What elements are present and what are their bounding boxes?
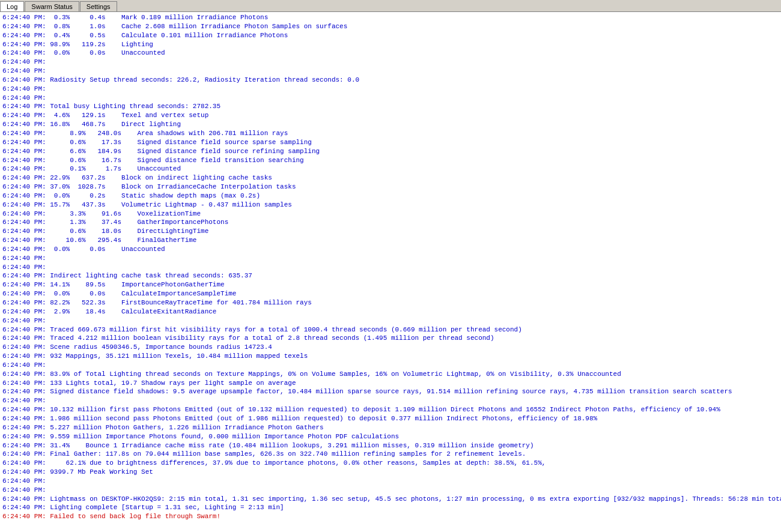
log-line: 6:24:40 PM: Signed distance field shadow… [2, 387, 779, 396]
log-line: 6:24:40 PM: Traced 4.212 million boolean… [2, 334, 779, 343]
log-line: 6:24:40 PM: 5.227 million Photon Gathers… [2, 423, 779, 432]
log-line: 6:24:40 PM: 0.6% 18.0s DirectLightingTim… [2, 227, 779, 236]
log-line: 6:24:40 PM: 0.6% 16.7s Signed distance f… [2, 156, 779, 165]
log-content: 6:24:40 PM: 0.3% 0.4s Mark 0.189 million… [2, 13, 779, 521]
tab-settings[interactable]: Settings [80, 1, 117, 11]
log-line: 6:24:40 PM: Lighting complete [Startup =… [2, 503, 779, 512]
log-line: 6:24:40 PM: Total busy Lighting thread s… [2, 102, 779, 111]
tab-swarm-status[interactable]: Swarm Status [25, 1, 79, 11]
log-line: 6:24:40 PM: [2, 58, 779, 67]
log-line: 6:24:40 PM: 0.8% 1.0s Cache 2.608 millio… [2, 22, 779, 31]
log-line: 6:24:40 PM: 0.0% 0.0s Unaccounted [2, 245, 779, 254]
log-line: 6:24:40 PM: [2, 486, 779, 495]
log-line: 6:24:40 PM: 1.3% 37.4s GatherImportanceP… [2, 218, 779, 227]
log-line: 6:24:40 PM: Scene radius 4590346.5, Impo… [2, 343, 779, 352]
log-line: 6:24:40 PM: [2, 94, 779, 103]
tab-bar: Log Swarm Status Settings [0, 0, 781, 12]
log-line: 6:24:40 PM: [2, 316, 779, 325]
log-line: 6:24:40 PM: 8.9% 248.0s Area shadows wit… [2, 129, 779, 138]
log-line: 6:24:40 PM: [2, 477, 779, 486]
log-line: 6:24:40 PM: 22.9% 637.2s Block on indire… [2, 174, 779, 183]
log-line: 6:24:40 PM: 82.2% 522.3s FirstBounceRayT… [2, 298, 779, 307]
log-line: 6:24:40 PM: Final Gather: 117.8s on 79.0… [2, 450, 779, 459]
log-line: 6:24:40 PM: 0.1% 1.7s Unaccounted [2, 165, 779, 174]
log-line: 6:24:40 PM: 37.0% 1028.7s Block on Irrad… [2, 183, 779, 192]
log-line: 6:24:40 PM: 9399.7 Mb Peak Working Set [2, 468, 779, 477]
log-line: 6:24:40 PM: 10.6% 295.4s FinalGatherTime [2, 236, 779, 245]
log-line: 6:24:40 PM: 2.9% 18.4s CalculateExitantR… [2, 307, 779, 316]
log-line: 6:24:40 PM: Indirect lighting cache task… [2, 271, 779, 280]
log-line: 6:24:40 PM: [2, 85, 779, 94]
log-area[interactable]: 6:24:40 PM: 0.3% 0.4s Mark 0.189 million… [0, 12, 781, 532]
log-line: 6:24:40 PM: 3.3% 91.6s VoxelizationTime [2, 210, 779, 219]
log-line: 6:24:40 PM: 0.4% 0.5s Calculate 0.101 mi… [2, 31, 779, 40]
log-line: 6:24:40 PM: 16.8% 468.7s Direct lighting [2, 120, 779, 129]
log-line: 6:24:40 PM: 14.1% 89.5s ImportancePhoton… [2, 280, 779, 289]
log-line: 6:24:40 PM: 83.9% of Total Lighting thre… [2, 370, 779, 379]
log-line: 6:24:40 PM: Lightmass on DESKTOP-HKO2QS9… [2, 495, 779, 504]
tab-log[interactable]: Log [0, 1, 24, 11]
log-line: 6:24:40 PM: 0.3% 0.4s Mark 0.189 million… [2, 13, 779, 22]
log-line: 6:24:40 PM: 31.4% Bounce 1 Irradiance ca… [2, 441, 779, 450]
log-line: 6:24:40 PM: 62.1% due to brightness diff… [2, 459, 779, 468]
log-line: 6:24:40 PM: [2, 67, 779, 76]
log-line: 6:24:40 PM: 4.6% 129.1s Texel and vertex… [2, 111, 779, 120]
log-line: 6:24:40 PM: Failed to send back log file… [2, 512, 779, 521]
log-line: 6:24:40 PM: [2, 361, 779, 370]
log-line: 6:24:40 PM: 98.9% 119.2s Lighting [2, 40, 779, 49]
log-line: 6:24:40 PM: 0.0% 0.0s CalculateImportanc… [2, 289, 779, 298]
log-line: 6:24:40 PM: 0.0% 0.2s Static shadow dept… [2, 192, 779, 201]
log-line: 6:24:40 PM: [2, 263, 779, 272]
log-line: 6:24:40 PM: 10.132 million first pass Ph… [2, 405, 779, 414]
log-line: 6:24:40 PM: Radiosity Setup thread secon… [2, 76, 779, 85]
log-line: 6:24:40 PM: 1.986 million second pass Ph… [2, 414, 779, 423]
log-line: 6:24:40 PM: [2, 396, 779, 405]
log-line: 6:24:40 PM: 0.0% 0.0s Unaccounted [2, 49, 779, 58]
log-line: 6:24:40 PM: [2, 254, 779, 263]
log-line: 6:24:40 PM: 932 Mappings, 35.121 million… [2, 352, 779, 361]
log-line: 6:24:40 PM: 133 Lights total, 19.7 Shado… [2, 379, 779, 388]
log-line: 6:24:40 PM: 0.6% 17.3s Signed distance f… [2, 138, 779, 147]
log-line: 6:24:40 PM: Traced 669.673 million first… [2, 325, 779, 334]
log-line: 6:24:40 PM: 6.6% 184.9s Signed distance … [2, 147, 779, 156]
log-line: 6:24:40 PM: 9.559 million Importance Pho… [2, 432, 779, 441]
log-line: 6:24:40 PM: 15.7% 437.3s Volumetric Ligh… [2, 201, 779, 210]
